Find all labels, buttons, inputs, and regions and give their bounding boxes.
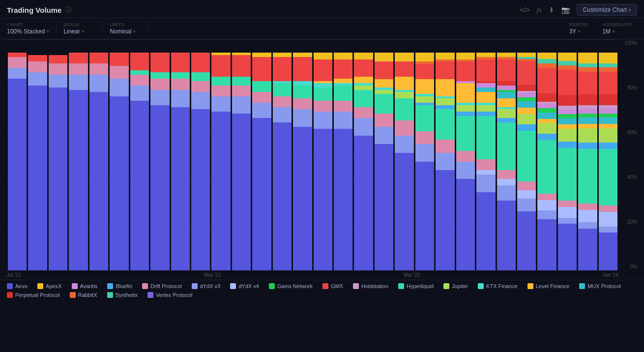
bar-segment-dydxv4 — [517, 190, 536, 199]
bar-segment-aevo — [49, 88, 67, 270]
legend-item[interactable]: Avantis — [72, 283, 98, 289]
bar-group[interactable] — [517, 41, 536, 270]
bar-group[interactable] — [537, 41, 556, 270]
bar-segment-dydxv3 — [130, 86, 149, 101]
legend-item[interactable]: KTX Finance — [478, 283, 518, 289]
legend-item[interactable]: MUX Protocol — [579, 283, 621, 289]
legend-item[interactable]: Jupiter — [443, 283, 468, 289]
legend-item[interactable]: ApexX — [37, 283, 61, 289]
bar-group[interactable] — [334, 41, 352, 270]
bar-segment-jupiter — [578, 128, 597, 143]
bar-group[interactable] — [171, 41, 190, 270]
bar-group[interactable] — [578, 41, 597, 270]
bar-group[interactable] — [69, 41, 88, 270]
formula-icon[interactable]: 𝑓𝑥 — [537, 6, 542, 14]
bar-group[interactable] — [273, 41, 292, 270]
bar-segment-gmx — [375, 61, 393, 79]
chart-value[interactable]: 100% Stacked ▾ — [7, 28, 49, 35]
bar-segment-aevo — [130, 101, 149, 270]
bar-segment-apex — [558, 53, 577, 61]
bar-group[interactable] — [599, 41, 617, 270]
bar-segment-drift — [375, 114, 393, 127]
bar-group[interactable] — [8, 41, 27, 270]
legend-item[interactable]: dYdX v4 — [230, 283, 259, 289]
period-dropdown-arrow: ▾ — [578, 29, 581, 34]
header: Trading Volume ⓘ </> 𝑓𝑥 ⬇ 📷 Customize Ch… — [0, 0, 644, 18]
legend-item[interactable]: Synthetix — [107, 292, 138, 298]
bar-group[interactable] — [252, 41, 271, 270]
bar-segment-dydxv3 — [314, 112, 332, 129]
bar-segment-dydxv3 — [334, 112, 352, 129]
bar-segment-drift — [211, 86, 230, 96]
bar-group[interactable] — [436, 41, 454, 270]
bar-segment-dydxv3 — [49, 75, 67, 88]
bar-group[interactable] — [89, 41, 108, 270]
bar-group[interactable] — [211, 41, 230, 270]
bar-segment-drift — [89, 63, 108, 74]
legend-item[interactable]: Level Finance — [527, 283, 570, 289]
bar-segment-dydxv4 — [537, 200, 556, 211]
legend-color — [322, 283, 328, 289]
y-axis: 100% 80% 60% 40% 20% 0% — [618, 39, 637, 270]
aggregate-value[interactable]: 1M ▾ — [602, 28, 632, 35]
bar-segment-apex — [578, 53, 597, 63]
bar-segment-aevo — [8, 79, 27, 270]
bar-group[interactable] — [415, 41, 434, 270]
y-label-40: 40% — [627, 175, 637, 180]
chart-type-group: CHART 100% Stacked ▾ — [7, 21, 57, 36]
bar-segment-synthetix — [537, 59, 556, 63]
bar-segment-dydxv4 — [578, 210, 597, 223]
legend-item[interactable]: Hyperliquid — [398, 283, 434, 289]
units-value[interactable]: Nominal ▾ — [110, 28, 142, 35]
legend-item[interactable]: Bluefin — [107, 283, 132, 289]
bar-group[interactable] — [232, 41, 251, 270]
legend-color — [107, 292, 113, 298]
bar-group[interactable] — [395, 41, 413, 270]
bar-group[interactable] — [150, 41, 169, 270]
bar-group[interactable] — [49, 41, 67, 270]
download-icon[interactable]: ⬇ — [549, 6, 555, 14]
bar-segment-hyperliquid — [517, 131, 536, 181]
bar-group[interactable] — [28, 41, 47, 270]
scale-value[interactable]: Linear ▾ — [63, 28, 95, 35]
legend-item[interactable]: Drift Protocol — [142, 283, 182, 289]
bar-group[interactable] — [130, 41, 149, 270]
legend-item[interactable]: Vertex Protocol — [147, 292, 193, 298]
legend-item[interactable]: RabbitX — [70, 292, 97, 298]
bar-group[interactable] — [456, 41, 475, 270]
bar-segment-drift — [334, 101, 352, 112]
bar-group[interactable] — [110, 41, 128, 270]
bar-segment-drift — [314, 101, 332, 112]
bar-segment-hyperliquid — [476, 116, 495, 160]
code-icon[interactable]: </> — [520, 6, 529, 14]
bar-group[interactable] — [497, 41, 516, 270]
info-icon[interactable]: ⓘ — [65, 5, 72, 14]
legend-item[interactable]: Aevo — [7, 283, 28, 289]
bar-segment-ktx — [314, 83, 332, 88]
bar-segment-aevo — [456, 179, 475, 270]
bar-group[interactable] — [314, 41, 332, 270]
bar-group[interactable] — [375, 41, 393, 270]
bar-segment-drift — [436, 140, 454, 153]
bar-group[interactable] — [476, 41, 495, 270]
legend-item[interactable]: Perpetual Protocol — [7, 292, 60, 298]
bar-segment-drift — [171, 79, 190, 89]
bar-segment-aevo — [150, 105, 169, 270]
bar-segment-apex — [415, 53, 434, 61]
bar-segment-rabbitx — [537, 63, 556, 68]
legend-item[interactable]: GMX — [322, 283, 343, 289]
legend-item[interactable]: Gains Network — [269, 283, 313, 289]
legend-item[interactable]: dYdX v3 — [192, 283, 221, 289]
period-value[interactable]: 3Y ▾ — [569, 28, 588, 35]
bar-group[interactable] — [354, 41, 373, 270]
camera-icon[interactable]: 📷 — [561, 6, 570, 14]
bar-group[interactable] — [191, 41, 210, 270]
legend-color — [37, 283, 43, 289]
bar-segment-aevo — [436, 170, 454, 270]
customize-chart-button[interactable]: Customize Chart › — [577, 4, 637, 16]
bar-segment-hyperliquid — [150, 72, 169, 79]
period-label: PERIOD — [569, 22, 588, 27]
bar-group[interactable] — [293, 41, 312, 270]
bar-group[interactable] — [558, 41, 577, 270]
legend-item[interactable]: Holdstation — [353, 283, 388, 289]
